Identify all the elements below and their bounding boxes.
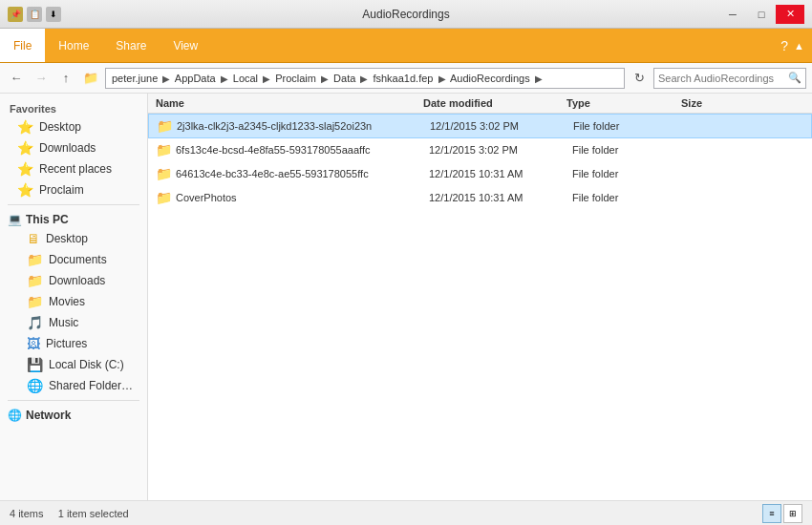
table-row[interactable]: 📁 CoverPhotos 12/1/2015 10:31 AM File fo… — [148, 186, 812, 210]
proclaim-fav-icon: ⭐ — [17, 182, 33, 198]
file-date: 12/1/2015 3:02 PM — [430, 120, 573, 132]
table-row[interactable]: 📁 2j3lka-clk2j3-a2345-cljkd1233-slaj52oi… — [148, 114, 812, 138]
sidebar-item-movies[interactable]: 📁 Movies — [0, 291, 147, 312]
address-folder-icon: 📁 — [80, 68, 101, 89]
sidebar-item-label: Proclaim — [39, 183, 84, 197]
tab-view[interactable]: View — [160, 29, 211, 62]
file-name: CoverPhotos — [176, 192, 429, 203]
sidebar-item-downloads-fav[interactable]: ⭐ Downloads — [0, 137, 147, 158]
search-icon: 🔍 — [788, 72, 801, 84]
sidebar-item-label: Desktop — [46, 232, 88, 245]
tab-file[interactable]: File — [0, 29, 45, 62]
documents-icon: 📁 — [27, 252, 43, 267]
file-name: 2j3lka-clk2j3-a2345-cljkd1233-slaj52oi23… — [177, 120, 430, 132]
file-type: File folder — [572, 168, 687, 179]
large-icons-view-button[interactable]: ⊞ — [783, 504, 802, 523]
refresh-button[interactable]: ↻ — [629, 68, 650, 89]
search-input[interactable] — [658, 73, 788, 84]
sidebar: Favorites ⭐ Desktop ⭐ Downloads ⭐ Recent… — [0, 94, 148, 500]
file-type: File folder — [572, 192, 687, 203]
network-section: 🌐 Network — [0, 405, 147, 424]
local-disk-icon: 💾 — [27, 357, 43, 372]
details-view-button[interactable]: ≡ — [762, 504, 781, 523]
sidebar-item-proclaim-fav[interactable]: ⭐ Proclaim — [0, 179, 147, 200]
table-row[interactable]: 📁 64613c4e-bc33-4e8c-ae55-593178055ffc 1… — [148, 162, 812, 186]
item-count: 4 items — [10, 508, 43, 519]
app-icon-1: 📌 — [8, 7, 23, 22]
forward-button[interactable]: → — [31, 68, 52, 89]
sidebar-item-desktop-fav[interactable]: ⭐ Desktop — [0, 116, 147, 137]
header-name[interactable]: Name — [156, 97, 423, 109]
header-size[interactable]: Size — [681, 97, 758, 109]
favorites-label: Favorites — [0, 99, 147, 116]
file-name: 6fs13c4e-bcsd-4e8fa55-593178055aaaffc — [176, 144, 429, 156]
sidebar-divider-2 — [8, 400, 139, 401]
network-icon: 🌐 — [8, 409, 22, 422]
sidebar-item-label: Recent places — [39, 162, 112, 176]
thispc-icon: 💻 — [8, 213, 22, 226]
status-info: 4 items 1 item selected — [10, 508, 129, 519]
folder-icon: 📁 — [156, 190, 172, 205]
view-controls: ≡ ⊞ — [762, 504, 802, 523]
window-title: AudioRecordings — [362, 8, 449, 21]
breadcrumb: peter.june ▶ AppData ▶ Local ▶ Proclaim … — [112, 73, 545, 84]
file-date: 12/1/2015 3:02 PM — [429, 144, 572, 156]
tab-home[interactable]: Home — [45, 29, 102, 62]
movies-icon: 📁 — [27, 294, 43, 309]
sidebar-item-music[interactable]: 🎵 Music — [0, 312, 147, 333]
title-bar-app-icons: 📌 📋 ⬇ — [8, 7, 61, 22]
back-button[interactable]: ← — [6, 68, 27, 89]
sidebar-item-downloads-pc[interactable]: 📁 Downloads — [0, 270, 147, 291]
minimize-button[interactable]: ─ — [718, 5, 747, 24]
ribbon-expand-icon[interactable]: ▲ — [794, 40, 804, 52]
thispc-section: 💻 This PC 🖥 Desktop 📁 Documents 📁 Downlo… — [0, 209, 147, 396]
desktop-pc-icon: 🖥 — [27, 231, 40, 246]
sidebar-item-label: Shared Folders (\\vm — [49, 379, 138, 392]
desktop-fav-icon: ⭐ — [17, 119, 33, 135]
sidebar-item-shared-folders[interactable]: 🌐 Shared Folders (\\vm — [0, 375, 147, 396]
network-label: Network — [26, 409, 71, 422]
network-header[interactable]: 🌐 Network — [0, 405, 147, 424]
table-row[interactable]: 📁 6fs13c4e-bcsd-4e8fa55-593178055aaaffc … — [148, 138, 812, 162]
sidebar-item-label: Desktop — [39, 120, 81, 134]
sidebar-item-label: Music — [49, 316, 78, 329]
app-icon-2: 📋 — [27, 7, 42, 22]
tab-share[interactable]: Share — [102, 29, 160, 62]
pictures-icon: 🖼 — [27, 336, 40, 351]
sidebar-item-desktop-pc[interactable]: 🖥 Desktop — [0, 228, 147, 249]
window-controls: ─ □ ✕ — [718, 5, 804, 24]
file-type: File folder — [572, 144, 687, 156]
sidebar-item-label: Pictures — [46, 337, 87, 350]
header-date-modified[interactable]: Date modified — [423, 97, 566, 109]
favorites-section: Favorites ⭐ Desktop ⭐ Downloads ⭐ Recent… — [0, 99, 147, 200]
sidebar-item-label: Local Disk (C:) — [49, 358, 124, 371]
sidebar-item-local-disk[interactable]: 💾 Local Disk (C:) — [0, 354, 147, 375]
thispc-header[interactable]: 💻 This PC — [0, 209, 147, 228]
sidebar-item-label: Documents — [49, 253, 107, 266]
sidebar-item-label: Downloads — [39, 141, 96, 155]
thispc-label: This PC — [26, 213, 69, 226]
ribbon: File Home Share View ? ▲ — [0, 29, 812, 63]
file-date: 12/1/2015 10:31 AM — [429, 168, 572, 179]
close-button[interactable]: ✕ — [776, 5, 804, 24]
address-bar[interactable]: peter.june ▶ AppData ▶ Local ▶ Proclaim … — [105, 68, 625, 89]
header-type[interactable]: Type — [566, 97, 681, 109]
sidebar-item-recent-fav[interactable]: ⭐ Recent places — [0, 158, 147, 179]
up-button[interactable]: ↑ — [55, 68, 76, 89]
downloads-fav-icon: ⭐ — [17, 140, 33, 156]
search-box[interactable]: 🔍 — [653, 68, 806, 89]
ribbon-help-icon[interactable]: ? — [780, 38, 788, 53]
file-list-header: Name Date modified Type Size — [148, 94, 812, 114]
sidebar-item-label: Movies — [49, 295, 85, 308]
downloads-pc-icon: 📁 — [27, 273, 43, 288]
sidebar-item-label: Downloads — [49, 274, 105, 287]
folder-icon: 📁 — [157, 118, 173, 134]
maximize-button[interactable]: □ — [747, 5, 776, 24]
main-area: Favorites ⭐ Desktop ⭐ Downloads ⭐ Recent… — [0, 94, 812, 500]
recent-fav-icon: ⭐ — [17, 161, 33, 177]
music-icon: 🎵 — [27, 315, 43, 330]
file-name: 64613c4e-bc33-4e8c-ae55-593178055ffc — [176, 168, 429, 179]
sidebar-item-documents[interactable]: 📁 Documents — [0, 249, 147, 270]
status-bar: 4 items 1 item selected ≡ ⊞ — [0, 500, 812, 525]
sidebar-item-pictures[interactable]: 🖼 Pictures — [0, 333, 147, 354]
